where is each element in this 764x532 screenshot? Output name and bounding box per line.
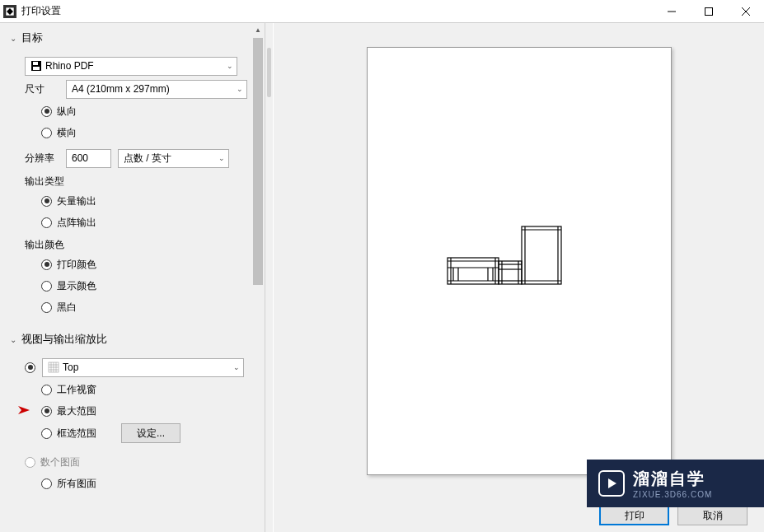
minimize-button[interactable] [653,0,690,23]
watermark-url: ZIXUE.3D66.COM [633,490,712,499]
grid-icon [48,362,59,373]
multi-pages-radio[interactable] [25,457,35,468]
output-vector-radio[interactable] [41,196,52,207]
range-extents-radio[interactable] [41,406,52,417]
size-dropdown[interactable]: A4 (210mm x 297mm) ⌄ [66,80,247,99]
orientation-landscape-label: 横向 [57,126,77,140]
chevron-down-icon: ⌄ [10,335,16,344]
printer-dropdown[interactable]: Rhino PDF ⌄ [25,57,237,76]
orientation-landscape-radio[interactable] [41,128,52,138]
all-pages-radio[interactable] [41,478,52,489]
svg-rect-7 [33,67,40,70]
output-raster-radio[interactable] [41,217,52,228]
preview-area: 打印 取消 [274,23,764,532]
color-print-radio[interactable] [41,259,52,270]
window-title: 打印设置 [21,4,653,18]
chevron-down-icon: ⌄ [10,34,16,43]
app-icon [3,5,16,18]
title-bar: 打印设置 [0,0,764,23]
highlight-arrow-icon [18,404,35,418]
range-window-label: 框选范围 [57,427,96,441]
range-window-radio[interactable] [41,428,52,439]
color-display-label: 显示颜色 [57,279,96,293]
chevron-down-icon: ⌄ [227,62,233,70]
svg-rect-2 [705,7,712,15]
panel-divider[interactable] [265,23,274,532]
output-color-label: 输出颜色 [25,238,265,252]
maximize-button[interactable] [690,0,727,23]
set-window-button[interactable]: 设定... [121,423,180,443]
range-viewport-radio[interactable] [41,385,52,395]
chevron-down-icon: ⌄ [218,154,225,162]
print-button[interactable]: 打印 [599,506,669,525]
chevron-down-icon: ⌄ [233,363,240,371]
svg-rect-20 [448,258,499,284]
print-preview-page [367,47,672,475]
range-extents-label: 最大范围 [57,404,96,418]
cancel-button[interactable]: 取消 [677,506,748,525]
resolution-label: 分辨率 [25,152,66,166]
color-print-label: 打印颜色 [57,258,96,272]
section-view-label: 视图与输出缩放比 [21,332,107,347]
svg-rect-15 [522,226,561,284]
panel-scrollbar[interactable]: ▲ [251,23,265,532]
preview-drawing [443,225,567,291]
close-button[interactable] [727,0,764,23]
chevron-down-icon: ⌄ [237,85,243,93]
save-icon [30,60,42,72]
output-vector-label: 矢量输出 [57,194,96,208]
all-pages-label: 所有图面 [57,477,96,491]
viewport-value: Top [63,362,78,373]
size-label: 尺寸 [25,82,66,96]
play-icon [598,470,625,497]
viewport-dropdown[interactable]: Top ⌄ [42,358,244,377]
orientation-portrait-radio[interactable] [41,106,52,117]
multi-pages-label: 数个图面 [40,455,80,469]
resolution-unit-value: 点数 / 英寸 [124,152,171,166]
section-target-header[interactable]: ⌄ 目标 [0,26,265,49]
color-bw-radio[interactable] [41,302,52,313]
section-view-header[interactable]: ⌄ 视图与输出缩放比 [0,328,265,351]
orientation-portrait-label: 纵向 [57,105,77,119]
color-bw-label: 黑白 [57,301,77,315]
color-display-radio[interactable] [41,281,52,292]
section-target-label: 目标 [21,30,43,45]
printer-value: Rhino PDF [45,60,94,72]
view-mode-radio[interactable] [25,362,35,373]
output-raster-label: 点阵输出 [57,216,96,230]
watermark-title: 溜溜自学 [633,468,712,490]
scrollbar-thumb[interactable] [253,38,263,285]
settings-panel: ⌄ 目标 Rhino PDF ⌄ 尺寸 A4 (210mm x 297mm) ⌄ [0,23,265,532]
watermark: 溜溜自学 ZIXUE.3D66.COM [587,460,764,507]
range-viewport-label: 工作视窗 [57,383,96,397]
scroll-up-button[interactable]: ▲ [251,23,265,36]
size-value: A4 (210mm x 297mm) [72,83,170,95]
output-type-label: 输出类型 [25,175,265,189]
resolution-unit-dropdown[interactable]: 点数 / 英寸 ⌄ [118,149,229,168]
svg-rect-6 [33,62,38,65]
resolution-input[interactable] [66,149,111,168]
